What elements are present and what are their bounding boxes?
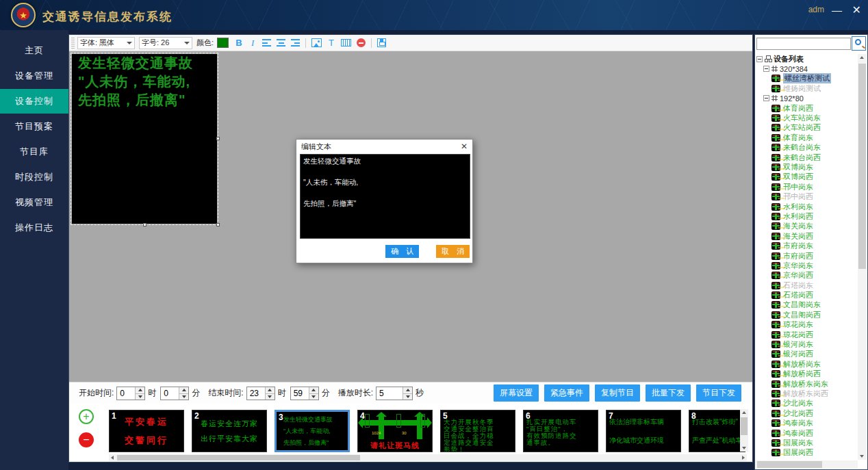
- bold-button[interactable]: B: [233, 37, 244, 49]
- scroll-down-icon[interactable]: [860, 455, 864, 458]
- resize-handle-corner[interactable]: [216, 223, 220, 226]
- tree-item-市府岗西[interactable]: 市府岗西: [756, 251, 858, 261]
- sidebar-item-视频管理[interactable]: 视频管理: [0, 190, 68, 215]
- close-button[interactable]: ✕: [852, 3, 861, 18]
- add-program-button[interactable]: +: [79, 409, 94, 424]
- spin-up-icon[interactable]: [309, 387, 318, 393]
- tree-item-国展岗西[interactable]: 国展岗西: [756, 448, 858, 458]
- tree-item-海关岗西[interactable]: 海关岗西: [756, 231, 858, 241]
- tree-item-解放桥岗西[interactable]: 解放桥岗西: [756, 369, 858, 379]
- tree-item-双博岗东[interactable]: 双博岗东: [756, 162, 858, 172]
- action-button-复制节目[interactable]: 复制节目: [595, 384, 640, 402]
- tree-item-沙北岗东[interactable]: 沙北岗东: [756, 399, 858, 408]
- spin-up-icon[interactable]: [179, 387, 188, 393]
- action-button-屏幕设置[interactable]: 屏幕设置: [494, 384, 539, 402]
- tree-group-320*384[interactable]: 320*384: [756, 64, 858, 73]
- led-preview-panel[interactable]: 发生轻微交通事故"人未伤，车能动,先拍照，后撤离": [72, 54, 217, 224]
- remove-program-button[interactable]: −: [79, 432, 94, 447]
- start-hour-stepper[interactable]: [116, 387, 145, 400]
- font-size-select[interactable]: 字号: 26: [139, 37, 192, 49]
- tree-item-解放桥东岗东[interactable]: 解放桥东岗东: [756, 379, 858, 389]
- tree-item-国展岗东[interactable]: 国展岗东: [756, 438, 858, 447]
- tree-group-192*80[interactable]: 192*80: [756, 94, 858, 103]
- dialog-close-icon[interactable]: ✕: [461, 142, 468, 151]
- save-icon[interactable]: [377, 38, 386, 47]
- action-button-批量下发[interactable]: 批量下发: [646, 384, 691, 402]
- resize-handle-right[interactable]: [216, 137, 220, 140]
- tree-root[interactable]: 设备列表: [756, 54, 858, 64]
- scrollbar-thumb[interactable]: [858, 64, 866, 269]
- scroll-down-icon[interactable]: [742, 447, 746, 449]
- tree-item-解放桥岗东[interactable]: 解放桥岗东: [756, 359, 858, 369]
- insert-text-button[interactable]: T: [326, 37, 337, 49]
- sidebar-item-时段控制[interactable]: 时段控制: [0, 165, 68, 190]
- spin-down-icon[interactable]: [403, 393, 412, 400]
- resize-handle-bottom[interactable]: [143, 223, 146, 226]
- program-thumbnail[interactable]: 8打击改装"炸街"严查严处"机动车": [689, 410, 745, 452]
- tree-item-火车站岗西[interactable]: 火车站岗西: [756, 123, 858, 133]
- sidebar-item-主页[interactable]: 主页: [0, 38, 68, 63]
- start-minute-stepper[interactable]: [160, 387, 189, 400]
- italic-button[interactable]: I: [247, 37, 258, 49]
- tree-item-石塔岗东[interactable]: 石塔岗东: [756, 280, 858, 290]
- font-family-select[interactable]: 字体: 黑体: [77, 37, 135, 49]
- program-thumbnail[interactable]: 2春运安全连万家出行平安靠大家: [192, 410, 267, 452]
- program-thumbnail[interactable]: 4102430请礼让斑马线: [357, 410, 433, 452]
- tree-item-海关岗东[interactable]: 海关岗东: [756, 222, 858, 231]
- delete-item-icon[interactable]: [357, 38, 366, 47]
- insert-image-icon[interactable]: [311, 38, 322, 47]
- scrollbar-thumb[interactable]: [741, 417, 748, 435]
- sidebar-item-设备管理[interactable]: 设备管理: [0, 64, 68, 88]
- spin-down-icon[interactable]: [309, 393, 318, 400]
- duration-stepper[interactable]: [376, 387, 413, 400]
- program-thumbnail[interactable]: 7依法治理非标车辆净化城市交通环境: [606, 410, 681, 452]
- tree-item-琼花岗东[interactable]: 琼花岗东: [756, 320, 858, 330]
- tree-item-京华岗西[interactable]: 京华岗西: [756, 271, 858, 280]
- program-vertical-scrollbar[interactable]: [740, 409, 748, 452]
- tree-item-邗中岗东[interactable]: 邗中岗东: [756, 182, 858, 192]
- cancel-button[interactable]: 取 消: [436, 245, 470, 258]
- confirm-button[interactable]: 确 认: [385, 245, 419, 258]
- collapse-icon[interactable]: [763, 95, 769, 101]
- tree-item-鸿泰岗西[interactable]: 鸿泰岗西: [756, 428, 858, 438]
- tree-item-体育岗东[interactable]: 体育岗东: [756, 133, 858, 142]
- tree-item-京华岗东[interactable]: 京华岗东: [756, 261, 858, 270]
- tree-item-鸿泰岗东[interactable]: 鸿泰岗东: [756, 418, 858, 428]
- duration-input[interactable]: [376, 389, 403, 398]
- tree-vertical-scrollbar[interactable]: [858, 54, 867, 460]
- text-color-swatch[interactable]: [217, 38, 229, 48]
- collapse-icon[interactable]: [763, 66, 769, 72]
- action-button-紧急事件[interactable]: 紧急事件: [544, 384, 589, 402]
- spin-up-icon[interactable]: [403, 387, 412, 393]
- tree-item-邗中岗西[interactable]: 邗中岗西: [756, 192, 858, 201]
- tree-item-解放桥东岗西[interactable]: 解放桥东岗西: [756, 389, 858, 398]
- scrollbar-thumb[interactable]: [757, 461, 822, 468]
- tree-item-来鹤台岗西[interactable]: 来鹤台岗西: [756, 153, 858, 162]
- align-right-icon[interactable]: [291, 39, 300, 47]
- scroll-up-icon[interactable]: [860, 56, 864, 59]
- tree-horizontal-scrollbar[interactable]: [756, 460, 858, 469]
- tree-item-石塔岗西[interactable]: 石塔岗西: [756, 290, 858, 300]
- align-center-icon[interactable]: [277, 39, 285, 47]
- collapse-icon[interactable]: [756, 56, 763, 62]
- tree-item-螺丝湾桥测试[interactable]: 螺丝湾桥测试: [756, 74, 858, 83]
- tree-item-沙北岗西[interactable]: 沙北岗西: [756, 408, 858, 418]
- tree-item-水利岗东[interactable]: 水利岗东: [756, 202, 858, 211]
- spin-down-icon[interactable]: [179, 393, 188, 400]
- program-horizontal-scrollbar[interactable]: [109, 454, 747, 461]
- tree-item-文昌阁岗东[interactable]: 文昌阁岗东: [756, 300, 858, 310]
- tree-item-银河岗西[interactable]: 银河岗西: [756, 350, 858, 359]
- scroll-up-icon[interactable]: [742, 411, 746, 414]
- tree-item-文昌阁岗西[interactable]: 文昌阁岗西: [756, 310, 858, 319]
- spin-up-icon[interactable]: [136, 387, 144, 393]
- minimize-button[interactable]: —: [832, 3, 842, 18]
- search-button[interactable]: [852, 36, 866, 51]
- sidebar-item-操作日志[interactable]: 操作日志: [0, 216, 68, 240]
- start-hour-input[interactable]: [117, 389, 135, 398]
- scroll-right-icon[interactable]: [742, 456, 745, 460]
- marquee-effect-icon[interactable]: [341, 39, 351, 47]
- tree-item-银河岗东[interactable]: 银河岗东: [756, 339, 858, 349]
- program-thumbnail[interactable]: 3发生轻微交通事故"人未伤，车能动,先拍照，后撤离": [275, 410, 350, 452]
- tree-item-维扬岗测试[interactable]: 维扬岗测试: [756, 83, 858, 93]
- tree-item-体育岗西[interactable]: 体育岗西: [756, 103, 858, 113]
